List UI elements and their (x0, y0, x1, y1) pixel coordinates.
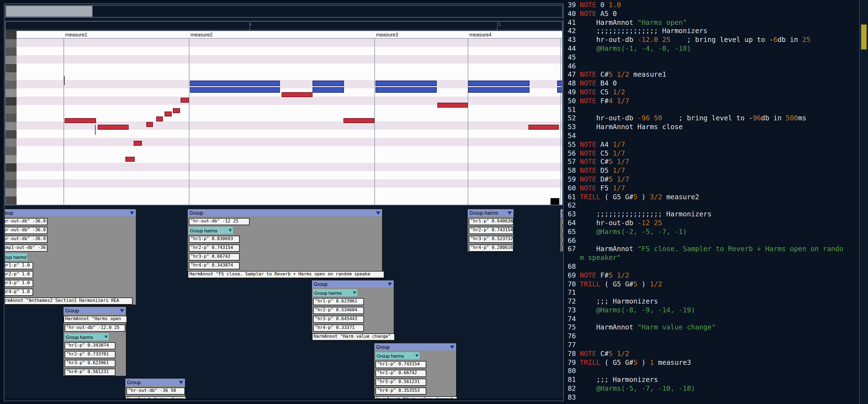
note-red[interactable] (282, 92, 312, 97)
collapse-triangle-icon[interactable] (228, 229, 232, 232)
group-box[interactable]: Group (560, 209, 563, 252)
collapse-triangle-icon[interactable] (353, 292, 356, 294)
note-blue[interactable] (375, 87, 437, 93)
collapse-triangle-icon[interactable] (507, 211, 512, 214)
subgroup-header[interactable]: Group harms (189, 227, 233, 234)
note-blue[interactable] (312, 80, 344, 86)
note-red[interactable] (146, 122, 153, 127)
note-blue[interactable] (312, 87, 344, 93)
param-field[interactable]: "hr4-p" 1.0 (5, 289, 33, 296)
param-field[interactable]: "hr1-p" 0.830693 (189, 236, 240, 243)
note-blue[interactable] (190, 80, 280, 86)
note-blue[interactable] (557, 80, 562, 86)
param-field[interactable]: "hr3-p" 0.561231 (375, 379, 426, 386)
note-blue[interactable] (468, 87, 529, 93)
param-field[interactable]: "hr2-p" 0.66742 (375, 370, 426, 377)
group-box-title[interactable]: Group harms (468, 209, 514, 216)
param-field[interactable]: "hr1-p" 0.623961 (313, 298, 364, 305)
param-field[interactable]: "hr2-p" 0.534604 (313, 307, 364, 314)
annotation-bar[interactable]: HarmAnnot "FS close. Sampler to Reverb +… (188, 271, 384, 278)
group-box[interactable]: Group"hr-out-db" -36.0"hr-out-db" -36.0"… (5, 209, 136, 305)
collapse-triangle-icon[interactable] (26, 256, 28, 258)
group-box-title[interactable]: Group (5, 209, 136, 216)
param-field[interactable]: "hr3-p" 1.0 (5, 280, 33, 287)
param-field[interactable]: "hr1-p" 1.0 (5, 262, 33, 269)
note-blue[interactable] (190, 87, 280, 93)
annotation-bar[interactable]: HarmAnnot "Anthemes2 Section1 Harmonizer… (5, 298, 132, 305)
rehearsal-marker[interactable]: 11 (496, 22, 501, 30)
resize-handle[interactable] (551, 198, 559, 205)
annotation-bar[interactable]: HarmAnnot "Harms open (63, 316, 127, 323)
group-box-title[interactable]: Group (560, 209, 563, 216)
timeline-mini-ruler[interactable]: 811 (5, 22, 562, 30)
param-field[interactable] (562, 244, 563, 252)
patcher-canvas[interactable]: Group"hr-out-db" -36.0"hr-out-db" -36.0"… (5, 206, 563, 399)
subgroup-header[interactable]: Group harms (375, 352, 420, 359)
param-field[interactable]: "hr2-p" 1.0 (5, 271, 33, 278)
group-box-title[interactable]: Group (188, 209, 382, 216)
param-field[interactable] (562, 218, 563, 225)
group-box-title[interactable]: Group (63, 307, 126, 314)
note-red[interactable] (65, 118, 96, 123)
note-red[interactable] (343, 118, 374, 123)
note-red[interactable] (164, 111, 172, 116)
param-field[interactable]: "hr3-p" 0.66742 (189, 253, 240, 261)
collapse-triangle-icon[interactable] (415, 354, 418, 357)
param-field[interactable]: "hr4-p" 0.561231 (65, 369, 115, 376)
group-box-title[interactable]: Group (125, 379, 185, 386)
piano-roll-grid[interactable]: measure1measure2measure3measure4 (17, 31, 562, 205)
collapse-triangle-icon[interactable] (388, 282, 392, 285)
param-field[interactable]: "hr1-p" 0.743154 (375, 361, 426, 368)
param-field[interactable]: "hr2-p" 0.733701 (65, 351, 115, 358)
param-field[interactable]: "hr2-p" 0.743154 (469, 227, 514, 234)
note-red[interactable] (156, 116, 163, 122)
collapse-triangle-icon[interactable] (120, 309, 124, 312)
note-blue[interactable] (557, 87, 562, 93)
annotation-bar[interactable]: HarmAnnot "Harm value change" (312, 333, 395, 340)
param-field[interactable]: "hr4-p" 0.280616 (469, 244, 514, 252)
collapse-triangle-icon[interactable] (179, 380, 183, 384)
group-box-title[interactable]: Group (374, 343, 456, 350)
note-red[interactable] (98, 125, 129, 130)
collapse-triangle-icon[interactable] (104, 336, 108, 338)
measure-ruler[interactable]: measure1measure2measure3measure4 (17, 31, 562, 39)
note-blue[interactable] (375, 80, 437, 86)
param-field[interactable]: "hr-out-db" -36.0 (5, 227, 48, 234)
group-box[interactable]: Group harms"hr1-p" 0.640636"hr2-p" 0.743… (467, 209, 514, 252)
param-field[interactable]: "hr4-p" 0.33371 (313, 325, 364, 332)
param-field[interactable]: "hr-out-db" -12.0 25 (65, 325, 125, 332)
collapse-triangle-icon[interactable] (450, 345, 455, 348)
editor-scrollbar[interactable] (859, 0, 868, 404)
param-field[interactable]: "hr3-p" 0.623961 (65, 360, 115, 367)
rehearsal-marker[interactable]: 8 (249, 22, 251, 30)
group-box[interactable]: GroupHarmAnnot "Harms open"hr-out-db" -1… (63, 306, 126, 376)
param-field[interactable]: "hr1-p" 0.640636 (469, 218, 514, 225)
subgroup-header[interactable]: group harms (5, 253, 28, 261)
subgroup-header[interactable]: Group harms (313, 289, 357, 296)
collapse-triangle-icon[interactable] (130, 211, 134, 214)
scrollbar-thumb[interactable] (861, 24, 867, 50)
param-field[interactable]: "hr3-p" 0.645443 (313, 316, 364, 323)
group-box-title[interactable]: Group (312, 280, 394, 288)
param-field[interactable]: "hr4-p" 0.353553 (375, 388, 426, 395)
param-field[interactable]: "hr-out-db" -36.0 (5, 236, 48, 243)
param-field[interactable]: "hr-out-db" -36 50 (126, 388, 185, 395)
group-box[interactable]: Group"hr-out-db" -12 25Group harms"hr1-p… (187, 209, 383, 279)
note-red[interactable] (528, 125, 559, 130)
note-red[interactable] (181, 98, 189, 103)
param-field[interactable]: "hr4-p" 0.343874 (189, 262, 240, 269)
param-field[interactable]: "hr-out-db" -12 25 (189, 218, 250, 225)
annotation-bar[interactable]: HarmAnnot Harms close (125, 396, 186, 399)
param-field[interactable] (562, 236, 563, 243)
note-red[interactable] (173, 108, 180, 113)
group-box[interactable]: GroupGroup harms"hr1-p" 0.743154"hr2-p" … (374, 343, 457, 399)
collapse-triangle-icon[interactable] (376, 211, 380, 214)
param-field[interactable]: "hr-out-db" -36.0 (5, 218, 48, 225)
toolbar-handle[interactable] (5, 5, 93, 17)
note-red[interactable] (125, 157, 135, 162)
param-field[interactable]: "hr1-p" 0.343874 (65, 342, 115, 349)
group-box[interactable]: GroupGroup harms"hr1-p" 0.623961"hr2-p" … (311, 280, 394, 341)
param-field[interactable]: "hr3-p" 0.523732 (469, 236, 514, 243)
note-red[interactable] (437, 103, 468, 108)
note-blue[interactable] (468, 80, 529, 86)
